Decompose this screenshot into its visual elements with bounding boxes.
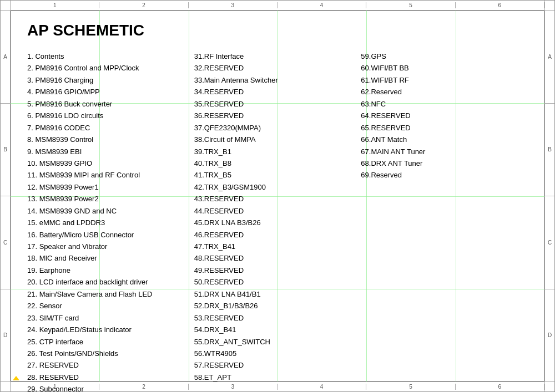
toc-item: 16. Battery/Micro USB Connector [27, 229, 189, 241]
toc-item: 40.TRX_B8 [194, 157, 356, 169]
bottom-left-marker [13, 376, 19, 380]
toc-item: 31.RF Interface [194, 50, 356, 62]
toc-item: 14. MSM8939 GND and NC [27, 205, 189, 217]
toc-item: 35.RESERVED [194, 98, 356, 110]
toc-item: 32.RESERVED [194, 62, 356, 74]
toc-item: 64.RESERVED [361, 110, 522, 121]
toc-item: 45.DRX LNA B3/B26 [194, 217, 356, 228]
toc-item: 68.DRX ANT Tuner [361, 157, 522, 169]
toc-item: 4. PM8916 GPIO/MPP [27, 86, 189, 98]
toc-item: 67.MAIN ANT Tuner [361, 146, 522, 157]
toc-item: 56.WTR4905 [194, 348, 356, 359]
toc-item: 48.RESERVED [194, 252, 356, 264]
ruler-top-3: 3 [189, 2, 278, 8]
toc-item: 29. Subconnector [27, 383, 189, 392]
toc-item: 10. MSM8939 GPIO [27, 157, 189, 169]
toc-item: 44.RESERVED [194, 205, 356, 217]
toc-item: 54.DRX_B41 [194, 324, 356, 335]
toc-item: 7. PM8916 CODEC [27, 122, 189, 134]
toc-item: 15. eMMC and LPDDR3 [27, 217, 189, 228]
toc-item: 57.RESERVED [194, 359, 356, 371]
toc-column-2: 31.RF Interface32.RESERVED33.Main Antenn… [194, 50, 361, 392]
toc-item: 55.DRX_ANT_SWITCH [194, 336, 356, 348]
toc-item: 18. MIC and Receiver [27, 252, 189, 264]
toc-item: 19. Earphone [27, 264, 189, 276]
toc-item: 47.TRX_B41 [194, 241, 356, 252]
toc-item: 17. Speaker and Vibrator [27, 241, 189, 252]
ruler-right-d: D [545, 289, 554, 382]
toc-item: 63.NFC [361, 98, 522, 110]
toc-item: 11. MSM8939 MIPI and RF Control [27, 169, 189, 181]
toc-item: 21. Main/Slave Camera and Flash LED [27, 288, 189, 300]
toc-item: 28. RESERVED [27, 371, 189, 383]
toc-item: 13. MSM8939 Power2 [27, 193, 189, 205]
toc-container: 1. Contents2. PM8916 Control and MPP/Clo… [27, 50, 528, 392]
toc-item: 38.Circuit of MMPA [194, 134, 356, 145]
toc-item: 61.WIFI/BT RF [361, 74, 522, 86]
toc-item: 23. SIM/TF card [27, 312, 189, 324]
toc-item: 33.Main Antenna Switcher [194, 74, 356, 86]
toc-item: 25. CTP interface [27, 336, 189, 348]
toc-item: 43.RESERVED [194, 193, 356, 205]
toc-item: 39.TRX_B1 [194, 146, 356, 157]
ruler-left-c: C [1, 196, 10, 289]
toc-item: 20. LCD interface and backlight driver [27, 276, 189, 288]
toc-item: 9. MSM8939 EBI [27, 146, 189, 157]
ruler-left-b: B [1, 104, 10, 197]
ruler-right-c: C [545, 196, 554, 289]
toc-item: 42.TRX_B3/GSM1900 [194, 181, 356, 193]
toc-item: 69.Reserved [361, 169, 522, 181]
toc-item: 2. PM8916 Control and MPP/Clock [27, 62, 189, 74]
ruler-top: 1 2 3 4 5 6 [1, 1, 554, 11]
toc-item: 49.RESERVED [194, 264, 356, 276]
toc-item: 65.RESERVED [361, 122, 522, 134]
ruler-top-1: 1 [11, 2, 99, 8]
toc-item: 5. PM8916 Buck converter [27, 98, 189, 110]
toc-item: 22. Sensor [27, 300, 189, 312]
toc-item: 37.QFE2320(MMPA) [194, 122, 356, 134]
toc-item: 59.GPS [361, 50, 522, 62]
toc-column-1: 1. Contents2. PM8916 Control and MPP/Clo… [27, 50, 194, 392]
toc-column-3: 59.GPS60.WIFI/BT BB61.WIFI/BT RF62.Reser… [361, 50, 528, 392]
ruler-left-a: A [1, 11, 10, 104]
ruler-top-5: 5 [366, 2, 455, 8]
toc-item: 60.WIFI/BT BB [361, 62, 522, 74]
content-area: AP SCHEMETIC 1. Contents2. PM8916 Contro… [11, 11, 544, 381]
ruler-left-d: D [1, 289, 10, 382]
toc-item: 36.RESERVED [194, 110, 356, 121]
toc-item: 1. Contents [27, 50, 189, 62]
toc-item: 53.RESERVED [194, 312, 356, 324]
toc-item: 50.RESERVED [194, 276, 356, 288]
toc-item: 6. PM8916 LDO circuits [27, 110, 189, 121]
toc-item: 46.RESERVED [194, 229, 356, 241]
toc-item: 66.ANT Match [361, 134, 522, 145]
toc-item: 26. Test Points/GND/Shields [27, 348, 189, 359]
toc-item: 51.DRX LNA B41/B1 [194, 288, 356, 300]
ruler-right: A B C D [544, 11, 554, 381]
toc-item: 27. RESERVED [27, 359, 189, 371]
toc-item: 62.Reserved [361, 86, 522, 98]
ruler-left: A B C D [1, 11, 11, 381]
toc-item: 34.RESERVED [194, 86, 356, 98]
page-title: AP SCHEMETIC [27, 22, 528, 39]
ruler-top-6: 6 [456, 2, 544, 8]
toc-item: 58.ET_APT [194, 371, 356, 383]
toc-item: 3. PM8916 Charging [27, 74, 189, 86]
toc-item: 52.DRX_B1/B3/B26 [194, 300, 356, 312]
ruler-top-4: 4 [278, 2, 366, 8]
toc-item: 41.TRX_B5 [194, 169, 356, 181]
page-container: 1 2 3 4 5 6 1 2 3 4 5 6 A B C D A B C D [0, 0, 555, 392]
toc-item: 8. MSM8939 Control [27, 134, 189, 145]
ruler-right-b: B [545, 104, 554, 197]
toc-item: 12. MSM8939 Power1 [27, 181, 189, 193]
toc-item: 24. Keypad/LED/Status indicator [27, 324, 189, 335]
ruler-right-a: A [545, 11, 554, 104]
ruler-top-2: 2 [99, 2, 188, 8]
